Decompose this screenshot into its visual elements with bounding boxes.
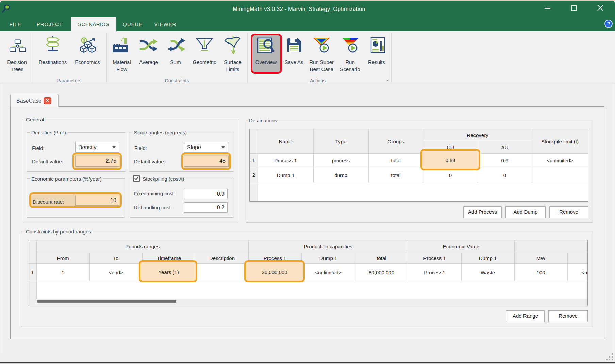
svg-text:$: $ [83,38,85,42]
